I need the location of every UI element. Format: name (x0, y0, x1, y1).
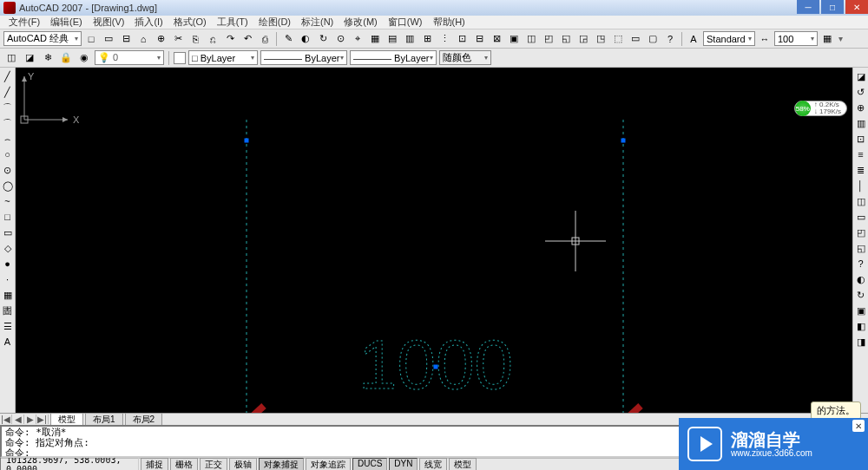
plotstyle-combo[interactable]: 随颜色▾ (439, 50, 491, 65)
tab-nav-first[interactable]: |◀ (0, 415, 12, 424)
modify-tool-1[interactable]: ↺ (854, 85, 868, 99)
draw-tool-14[interactable]: ▦ (1, 288, 15, 302)
grip-point[interactable] (621, 139, 626, 143)
chevron-down-icon[interactable]: ▾ (430, 54, 433, 62)
toolbar-button-8[interactable]: ↷ (222, 31, 238, 47)
toolbar-button-7[interactable]: ▥ (402, 31, 418, 47)
draw-tool-3[interactable]: ⌒ (1, 116, 15, 130)
menu-file[interactable]: 文件(F) (3, 16, 45, 29)
toolbar-button-6[interactable]: ▤ (385, 31, 400, 47)
toolbar-button-5[interactable]: ▦ (367, 31, 383, 47)
chevron-down-icon[interactable]: ▾ (748, 35, 752, 42)
modify-tool-8[interactable]: ◫ (854, 194, 868, 208)
toolbar-button-8[interactable]: ⊞ (419, 31, 435, 47)
menu-tools[interactable]: 工具(T) (212, 16, 253, 29)
tab-nav-prev[interactable]: ◀ (12, 415, 24, 424)
modify-tool-2[interactable]: ⊕ (854, 101, 868, 114)
chevron-down-icon[interactable]: ▾ (340, 54, 344, 62)
chevron-down-icon[interactable]: ▾ (837, 34, 844, 43)
layer-combo[interactable]: 💡 0▾ (95, 50, 164, 65)
status-toggle-8[interactable]: 线宽 (419, 458, 447, 471)
modify-tool-11[interactable]: ◱ (854, 241, 868, 255)
tab-nav-next[interactable]: ▶ (24, 415, 36, 424)
chevron-down-icon[interactable]: ▾ (251, 54, 254, 62)
modify-tool-12[interactable]: ? (854, 257, 868, 271)
menu-help[interactable]: 帮助(H) (428, 16, 470, 29)
modify-tool-5[interactable]: ≡ (854, 147, 868, 161)
toolbar-button-7[interactable]: ⎌ (205, 31, 220, 47)
status-toggle-7[interactable]: DYN (389, 458, 418, 471)
modify-tool-14[interactable]: ↻ (854, 288, 868, 302)
layer-lock-icon[interactable]: 🔒 (58, 50, 74, 66)
chevron-down-icon[interactable]: ▾ (75, 35, 78, 42)
modify-tool-16[interactable]: ◧ (854, 319, 868, 333)
layer-off-icon[interactable]: ◉ (76, 50, 92, 66)
status-toggle-3[interactable]: 极轴 (229, 458, 257, 471)
draw-tool-10[interactable]: ▭ (1, 225, 15, 239)
menu-format[interactable]: 格式(O) (168, 16, 212, 29)
chevron-down-icon[interactable]: ▾ (484, 54, 488, 62)
color-combo[interactable]: □ ByLayer▾ (188, 50, 258, 65)
draw-tool-15[interactable]: 圕 (1, 304, 15, 317)
minimize-button[interactable]: ─ (797, 0, 819, 14)
linetype-combo[interactable]: ———— ByLayer▾ (260, 50, 347, 65)
dim-style-icon[interactable]: ↔ (757, 31, 773, 47)
workspace-combo[interactable]: AutoCAD 经典▾ (3, 31, 82, 46)
draw-tool-7[interactable]: ◯ (1, 179, 15, 193)
draw-tool-17[interactable]: A (1, 335, 15, 349)
drawing-canvas[interactable]: 1000 X Y 58% ↑ 0.2K/s ↓ 179K/s (16, 68, 852, 413)
toolbar-button-14[interactable]: ◫ (523, 31, 539, 47)
toolbar-button-15[interactable]: ◰ (541, 31, 556, 47)
chevron-down-icon[interactable]: ▾ (157, 54, 161, 62)
tab-nav-last[interactable]: ▶| (36, 415, 49, 424)
draw-tool-0[interactable]: ╱ (1, 69, 15, 83)
toolbar-button-10[interactable]: ⎙ (257, 31, 273, 47)
lineweight-combo[interactable]: ———— ByLayer▾ (350, 50, 437, 65)
menu-modify[interactable]: 修改(M) (339, 16, 383, 29)
draw-tool-8[interactable]: ~ (1, 194, 15, 208)
status-toggle-4[interactable]: 对象捕捉 (259, 458, 304, 471)
status-toggle-6[interactable]: DUCS (352, 458, 387, 471)
toolbar-button-1[interactable]: ▭ (101, 31, 116, 47)
grip-point[interactable] (434, 365, 438, 369)
toolbar-button-9[interactable]: ⋮ (437, 31, 452, 47)
modify-tool-3[interactable]: ▥ (854, 116, 868, 130)
modify-tool-4[interactable]: ⊡ (854, 132, 868, 146)
text-style-icon[interactable]: A (686, 31, 701, 47)
modify-tool-15[interactable]: ▣ (854, 304, 868, 317)
draw-tool-12[interactable]: ● (1, 257, 15, 271)
modify-tool-13[interactable]: ◐ (854, 272, 868, 286)
menu-edit[interactable]: 编辑(E) (45, 16, 88, 29)
status-toggle-5[interactable]: 对象追踪 (306, 458, 351, 471)
toolbar-button-4[interactable]: ⌖ (350, 31, 365, 47)
menu-view[interactable]: 视图(V) (88, 16, 130, 29)
toolbar-button-17[interactable]: ◲ (575, 31, 591, 47)
modify-tool-17[interactable]: ◨ (854, 335, 868, 349)
status-toggle-2[interactable]: 正交 (200, 458, 227, 471)
status-toggle-9[interactable]: 模型 (449, 458, 477, 471)
draw-tool-11[interactable]: ◇ (1, 241, 15, 255)
toolbar-button-20[interactable]: ▭ (628, 31, 643, 47)
toolbar-button-0[interactable]: □ (83, 31, 99, 47)
menu-draw[interactable]: 绘图(D) (253, 16, 296, 29)
draw-tool-5[interactable]: ○ (1, 147, 15, 161)
color-swatch[interactable] (174, 52, 186, 64)
draw-tool-1[interactable]: ╱ (1, 85, 15, 99)
toolbar-button-11[interactable]: ⊟ (471, 31, 487, 47)
draw-tool-2[interactable]: ⌒ (1, 101, 15, 114)
maximize-button[interactable]: □ (821, 0, 844, 14)
layer-freeze-icon[interactable]: ❄ (40, 50, 56, 66)
draw-tool-16[interactable]: ☰ (1, 319, 15, 333)
toolbar-button-0[interactable]: ✎ (280, 31, 296, 47)
toolbar-button-10[interactable]: ⊡ (454, 31, 470, 47)
draw-tool-9[interactable]: □ (1, 210, 15, 224)
status-toggle-0[interactable]: 捕捉 (141, 458, 168, 471)
draw-tool-13[interactable]: · (1, 272, 15, 286)
chevron-down-icon[interactable]: ▾ (811, 35, 814, 42)
close-button[interactable]: ✕ (845, 0, 868, 14)
toolbar-button-9[interactable]: ↶ (240, 31, 255, 47)
menu-insert[interactable]: 插入(I) (129, 16, 168, 29)
modify-tool-6[interactable]: ≣ (854, 163, 868, 177)
toolbar-button-13[interactable]: ▣ (506, 31, 522, 47)
table-style-icon[interactable]: ▦ (819, 31, 835, 47)
